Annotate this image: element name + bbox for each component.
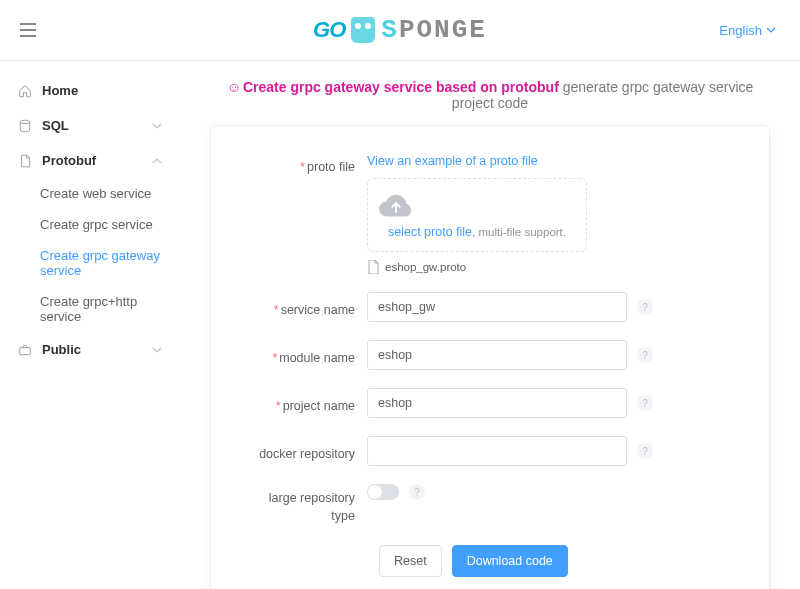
- sidebar-public-label: Public: [42, 342, 81, 357]
- uploaded-file-name: eshop_gw.proto: [385, 261, 466, 273]
- page-title: ☺Create grpc gateway service based on pr…: [208, 79, 772, 111]
- large-repo-toggle[interactable]: [367, 484, 399, 500]
- form-card: *proto file View an example of a proto f…: [210, 125, 770, 589]
- sidebar-item-create-grpc-gateway-service[interactable]: Create grpc gateway service: [34, 240, 170, 286]
- gopher-icon: [351, 17, 375, 43]
- sidebar-item-create-grpc-http-service[interactable]: Create grpc+http service: [34, 286, 170, 332]
- sidebar-protobuf-label: Protobuf: [42, 153, 96, 168]
- help-icon[interactable]: ?: [637, 395, 653, 411]
- main-content: ☺Create grpc gateway service based on pr…: [180, 61, 800, 589]
- home-icon: [18, 84, 34, 98]
- language-selector[interactable]: English: [719, 23, 776, 38]
- proto-example-link[interactable]: View an example of a proto file: [367, 154, 538, 168]
- chevron-down-icon: [766, 25, 776, 35]
- language-label: English: [719, 23, 762, 38]
- sidebar-item-create-grpc-service[interactable]: Create grpc service: [34, 209, 170, 240]
- file-icon: [367, 260, 379, 274]
- upload-dropzone[interactable]: select proto file, multi-file support.: [367, 178, 587, 252]
- reset-button[interactable]: Reset: [379, 545, 442, 577]
- service-name-input[interactable]: [367, 292, 627, 322]
- database-icon: [18, 119, 34, 133]
- sidebar-home-label: Home: [42, 83, 78, 98]
- svg-rect-1: [20, 347, 31, 354]
- cloud-upload-icon: [378, 193, 576, 219]
- briefcase-icon: [18, 343, 34, 357]
- hamburger-menu-icon[interactable]: [20, 23, 36, 37]
- help-icon[interactable]: ?: [637, 299, 653, 315]
- docker-repo-label: docker repository: [247, 441, 367, 461]
- sidebar-item-create-web-service[interactable]: Create web service: [34, 178, 170, 209]
- help-icon[interactable]: ?: [637, 347, 653, 363]
- service-name-label: *service name: [247, 297, 367, 317]
- sidebar-item-home[interactable]: Home: [10, 73, 170, 108]
- sidebar-item-sql[interactable]: SQL: [10, 108, 170, 143]
- large-repo-label: large repository type: [247, 484, 367, 525]
- sidebar-item-protobuf[interactable]: Protobuf: [10, 143, 170, 178]
- uploaded-file-item[interactable]: eshop_gw.proto: [367, 260, 466, 274]
- proto-file-label: *proto file: [247, 154, 367, 174]
- chevron-up-icon: [152, 156, 162, 166]
- sidebar: Home SQL Protobuf Create web service Cre…: [0, 61, 180, 589]
- upload-text: select proto file, multi-file support.: [378, 225, 576, 239]
- download-code-button[interactable]: Download code: [452, 545, 568, 577]
- sidebar-sql-label: SQL: [42, 118, 69, 133]
- help-icon[interactable]: ?: [637, 443, 653, 459]
- chevron-down-icon: [152, 121, 162, 131]
- svg-point-0: [20, 120, 29, 124]
- module-name-label: *module name: [247, 345, 367, 365]
- module-name-input[interactable]: [367, 340, 627, 370]
- protobuf-submenu: Create web service Create grpc service C…: [10, 178, 170, 332]
- logo: GO SPONGE: [20, 15, 780, 45]
- project-name-input[interactable]: [367, 388, 627, 418]
- logo-sponge-text: SPONGE: [381, 15, 487, 45]
- document-icon: [18, 154, 34, 168]
- sidebar-item-public[interactable]: Public: [10, 332, 170, 367]
- chevron-down-icon: [152, 345, 162, 355]
- help-icon[interactable]: ?: [409, 484, 425, 500]
- project-name-label: *project name: [247, 393, 367, 413]
- logo-go-text: GO: [313, 17, 345, 43]
- docker-repo-input[interactable]: [367, 436, 627, 466]
